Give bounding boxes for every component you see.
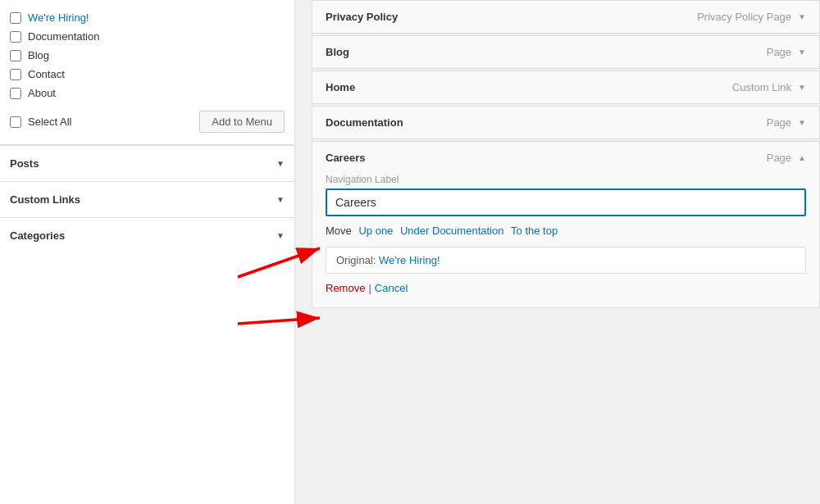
- menu-item-type-privacy-policy: Privacy Policy Page ▼: [697, 11, 806, 23]
- menu-item-expanded-careers: CareersPage ▲Navigation LabelMove Up one…: [312, 141, 820, 308]
- left-panel: We're Hiring!DocumentationBlogContactAbo…: [0, 0, 295, 504]
- menu-item-privacy-policy[interactable]: Privacy PolicyPrivacy Policy Page ▼: [312, 0, 820, 34]
- menu-item-type-documentation: Page ▼: [767, 116, 806, 129]
- accordion-item-categories[interactable]: Categories▼: [0, 217, 294, 253]
- move-link-up-one[interactable]: Up one: [358, 225, 393, 237]
- page-item-documentation: Documentation: [10, 27, 285, 46]
- accordion-item-posts[interactable]: Posts▼: [0, 145, 294, 181]
- accordion-item-custom-links[interactable]: Custom Links▼: [0, 181, 294, 217]
- nav-label-text: Navigation Label: [326, 174, 806, 185]
- menu-item-title-privacy-policy: Privacy Policy: [326, 11, 398, 23]
- page-label-documentation[interactable]: Documentation: [28, 30, 99, 43]
- chevron-down-icon: ▼: [798, 48, 806, 57]
- expanded-header-careers[interactable]: CareersPage ▲: [312, 142, 819, 174]
- accordion-header-categories[interactable]: Categories▼: [10, 218, 285, 253]
- menu-item-type-blog: Page ▼: [767, 46, 806, 58]
- select-all-row: Select All Add to Menu: [0, 102, 294, 145]
- expanded-title-careers: Careers: [326, 152, 365, 164]
- page-label-blog[interactable]: Blog: [28, 49, 49, 61]
- checkbox-about[interactable]: [10, 88, 21, 99]
- menu-item-home[interactable]: HomeCustom Link ▼: [312, 70, 820, 104]
- menu-item-type-home: Custom Link ▼: [732, 81, 806, 93]
- menu-item-title-home: Home: [326, 81, 355, 93]
- add-to-menu-button[interactable]: Add to Menu: [199, 111, 285, 133]
- move-link-under-documentation[interactable]: Under Documentation: [400, 225, 503, 237]
- original-label: Original:: [336, 254, 376, 266]
- checkbox-contact[interactable]: [10, 69, 21, 80]
- accordion-arrow-icon-categories: ▼: [276, 231, 285, 240]
- menu-item-blog[interactable]: BlogPage ▼: [312, 35, 820, 69]
- select-all-checkbox[interactable]: [10, 116, 21, 128]
- accordion-label-categories: Categories: [10, 229, 65, 242]
- checkbox-documentation[interactable]: [10, 31, 21, 43]
- page-label-about[interactable]: About: [28, 87, 56, 99]
- chevron-down-icon: ▼: [798, 83, 806, 92]
- move-link-to-the-top[interactable]: To the top: [511, 225, 558, 237]
- select-all-label: Select All: [28, 116, 71, 128]
- accordion-container: Posts▼Custom Links▼Categories▼: [0, 145, 294, 253]
- remove-link[interactable]: Remove: [326, 282, 365, 294]
- accordion-label-posts: Posts: [10, 157, 39, 170]
- page-label-contact[interactable]: Contact: [28, 68, 65, 80]
- accordion-header-custom-links[interactable]: Custom Links▼: [10, 182, 285, 217]
- expanded-body-careers: Navigation LabelMove Up one Under Docume…: [312, 174, 819, 307]
- menu-item-title-documentation: Documentation: [326, 116, 403, 129]
- original-box: Original: We're Hiring!: [326, 247, 806, 274]
- accordion-label-custom-links: Custom Links: [10, 193, 80, 206]
- expanded-type-careers: Page ▲: [767, 152, 806, 164]
- right-panel: Privacy PolicyPrivacy Policy Page ▼BlogP…: [295, 0, 820, 504]
- pages-list: We're Hiring!DocumentationBlogContactAbo…: [0, 0, 294, 102]
- page-label-we-re-hiring[interactable]: We're Hiring!: [28, 11, 89, 24]
- cancel-link[interactable]: Cancel: [375, 282, 408, 294]
- move-label: Move: [326, 225, 352, 237]
- menu-item-documentation[interactable]: DocumentationPage ▼: [312, 106, 820, 139]
- separator: |: [368, 282, 371, 294]
- nav-label-input[interactable]: [326, 188, 806, 216]
- page-item-blog: Blog: [10, 46, 285, 65]
- checkbox-blog[interactable]: [10, 50, 21, 61]
- chevron-down-icon: ▼: [798, 12, 806, 21]
- chevron-up-icon: ▲: [798, 153, 806, 162]
- accordion-arrow-icon-custom-links: ▼: [276, 195, 285, 204]
- accordion-header-posts[interactable]: Posts▼: [10, 146, 285, 181]
- move-row: Move Up one Under Documentation To the t…: [326, 225, 806, 237]
- original-link[interactable]: We're Hiring!: [379, 254, 440, 266]
- page-item-about: About: [10, 84, 285, 102]
- menu-item-title-blog: Blog: [326, 46, 349, 58]
- chevron-down-icon: ▼: [798, 118, 806, 127]
- accordion-arrow-icon-posts: ▼: [276, 159, 285, 168]
- menu-items-container: Privacy PolicyPrivacy Policy Page ▼BlogP…: [312, 0, 820, 308]
- page-item-we-re-hiring: We're Hiring!: [10, 8, 285, 27]
- action-row: Remove|Cancel: [326, 282, 806, 294]
- checkbox-we-re-hiring[interactable]: [10, 12, 21, 24]
- page-item-contact: Contact: [10, 65, 285, 84]
